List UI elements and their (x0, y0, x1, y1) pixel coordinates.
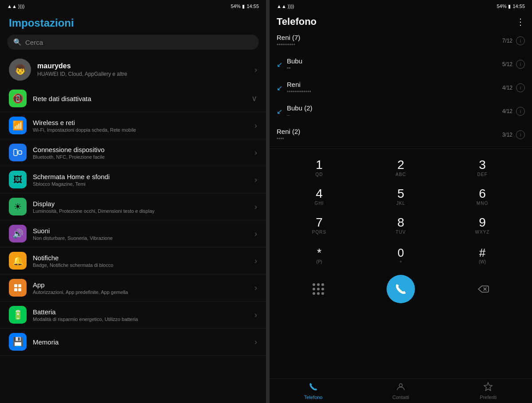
settings-panel: ▲▲ )))) 54% ▮ 14:55 Impostazioni 🔍 Cerca… (0, 0, 266, 403)
call-item-2[interactable]: ↙ Reni ••••••••••••• 4/12 i (270, 76, 532, 100)
wireless-icon: 📶 (9, 117, 27, 134)
display-icon: ☀ (9, 198, 27, 215)
dial-key-2[interactable]: 2 ABC (360, 153, 442, 182)
search-bar[interactable]: 🔍 Cerca (7, 35, 259, 50)
dial-sub-3: DEF (477, 172, 488, 177)
dot (313, 292, 315, 295)
dial-num-7: 7 (316, 216, 323, 229)
call-info-btn-4[interactable]: i (516, 130, 525, 139)
dial-key-6[interactable]: 6 MNO (442, 182, 523, 211)
dial-key-1[interactable]: 1 QD (278, 153, 360, 182)
bottom-nav: Telefono Contatti Preferiti (270, 378, 532, 403)
call-info-btn-2[interactable]: i (516, 83, 525, 92)
settings-title: Impostazioni (0, 12, 266, 33)
call-info-btn-0[interactable]: i (516, 36, 525, 45)
svg-rect-1 (18, 151, 22, 154)
call-info-btn-1[interactable]: i (516, 60, 525, 69)
nav-item-contatti[interactable]: Contatti (357, 380, 444, 402)
call-action-row (270, 271, 532, 305)
notifiche-label: Notifiche (33, 254, 248, 262)
call-name-2: Reni (287, 81, 502, 88)
contatti-nav-label: Contatti (392, 395, 409, 400)
profile-name: maurydes (37, 62, 127, 70)
memoria-chevron-icon: › (254, 337, 257, 347)
call-item-1[interactable]: ↙ Bubu •• 5/12 i (270, 53, 532, 76)
left-signal: ▲▲ )))) (7, 4, 24, 9)
svg-rect-4 (18, 284, 21, 287)
app-chevron-icon: › (254, 283, 257, 293)
right-signal: ▲▲ )))) (277, 4, 294, 9)
dial-zero-sub: + (399, 259, 402, 264)
suoni-label: Suoni (33, 227, 248, 235)
dial-sub-8: TUV (396, 230, 406, 235)
connessione-icon (9, 144, 27, 161)
dial-star-sub: (P) (316, 259, 322, 264)
memoria-icon: 💾 (9, 333, 27, 351)
notifiche-icon: 🔔 (9, 252, 27, 270)
call-item-0[interactable]: Reni (7) •••••••••• 7/12 i (270, 29, 532, 53)
backspace-button[interactable] (472, 278, 494, 300)
svg-rect-6 (18, 288, 21, 291)
phone-title: Telefono (277, 16, 317, 27)
notifiche-text: Notifiche Badge, Notifiche schermata di … (33, 254, 248, 268)
dial-hash-sub: (W) (479, 259, 486, 264)
dial-sub-1: QD (316, 172, 323, 177)
settings-item-display[interactable]: ☀ Display Luminosità, Protezione occhi, … (0, 193, 266, 220)
schermata-chevron-icon: › (254, 175, 257, 184)
avatar: 👦 (9, 59, 31, 81)
svg-marker-10 (484, 383, 492, 391)
settings-item-rete[interactable]: 📵 Rete dati disattivata ∨ (0, 85, 266, 112)
telefono-nav-icon (309, 382, 318, 394)
settings-item-notifiche[interactable]: 🔔 Notifiche Badge, Notifiche schermata d… (0, 247, 266, 274)
dial-key-zero[interactable]: 0 + (360, 243, 442, 268)
dot (321, 292, 324, 295)
dial-sub-4: GHI (315, 201, 324, 206)
settings-item-suoni[interactable]: 🔊 Suoni Non disturbare, Suoneria, Vibraz… (0, 220, 266, 247)
batteria-chevron-icon: › (254, 310, 257, 320)
dial-key-4[interactable]: 4 GHI (278, 182, 360, 211)
dial-sub-5: JKL (396, 201, 405, 206)
search-placeholder: Cerca (25, 39, 43, 46)
dial-key-star[interactable]: * (P) (278, 243, 360, 268)
call-info-btn-3[interactable]: i (516, 107, 525, 116)
dialpad-grid-button[interactable] (307, 278, 329, 300)
connessione-text: Connessione dispositivo Bluetooth, NFC, … (33, 146, 248, 160)
settings-list: 📵 Rete dati disattivata ∨ 📶 Wireless e r… (0, 85, 266, 403)
call-count-4: 3/12 (502, 132, 512, 138)
left-status-bar: ▲▲ )))) 54% ▮ 14:55 (0, 0, 266, 12)
app-icon (9, 279, 27, 297)
dial-key-9[interactable]: 9 WXYZ (442, 211, 523, 240)
call-number-0: •••••••••• (277, 42, 502, 48)
dot (317, 288, 320, 290)
wireless-sub: Wi-Fi, Impostazioni doppia scheda, Rete … (33, 127, 248, 133)
dial-key-8[interactable]: 8 TUV (360, 211, 442, 240)
dial-num-6: 6 (479, 188, 486, 200)
settings-item-memoria[interactable]: 💾 Memoria › (0, 329, 266, 356)
settings-item-schermata[interactable]: 🖼 Schermata Home e sfondi Sblocco Magazi… (0, 166, 266, 193)
schermata-label: Schermata Home e sfondi (33, 173, 248, 180)
dial-key-7[interactable]: 7 PQRS (278, 211, 360, 240)
dial-grid: 1 QD 2 ABC 3 DEF 4 GHI 5 JKL 6 MNO (270, 153, 532, 240)
more-options-icon[interactable]: ⋮ (516, 16, 525, 27)
nav-item-telefono[interactable]: Telefono (270, 380, 357, 402)
search-icon: 🔍 (13, 38, 22, 46)
call-item-3[interactable]: ↙ Bubu (2) – 4/12 i (270, 100, 532, 123)
call-button[interactable] (387, 275, 415, 303)
batteria-text: Batteria Modalità di risparmio energetic… (33, 308, 248, 322)
suoni-icon: 🔊 (9, 225, 27, 243)
settings-item-connessione[interactable]: Connessione dispositivo Bluetooth, NFC, … (0, 139, 266, 166)
dial-num-1: 1 (316, 159, 323, 171)
dial-num-9: 9 (479, 216, 486, 229)
rete-icon: 📵 (9, 90, 27, 107)
batteria-sub: Modalità di risparmio energetico, Utiliz… (33, 317, 248, 322)
dial-key-5[interactable]: 5 JKL (360, 182, 442, 211)
dial-key-3[interactable]: 3 DEF (442, 153, 523, 182)
dial-sub-7: PQRS (312, 230, 326, 235)
settings-item-app[interactable]: App Autorizzazioni, App predefinite, App… (0, 274, 266, 301)
nav-item-preferiti[interactable]: Preferiti (445, 380, 532, 402)
profile-item[interactable]: 👦 maurydes HUAWEI ID, Cloud, AppGallery … (0, 54, 266, 85)
dial-key-hash[interactable]: # (W) (442, 243, 523, 268)
call-item-4[interactable]: Reni (2) •••• 3/12 i (270, 123, 532, 147)
settings-item-wireless[interactable]: 📶 Wireless e reti Wi-Fi, Impostazioni do… (0, 112, 266, 139)
settings-item-batteria[interactable]: 🔋 Batteria Modalità di risparmio energet… (0, 301, 266, 329)
